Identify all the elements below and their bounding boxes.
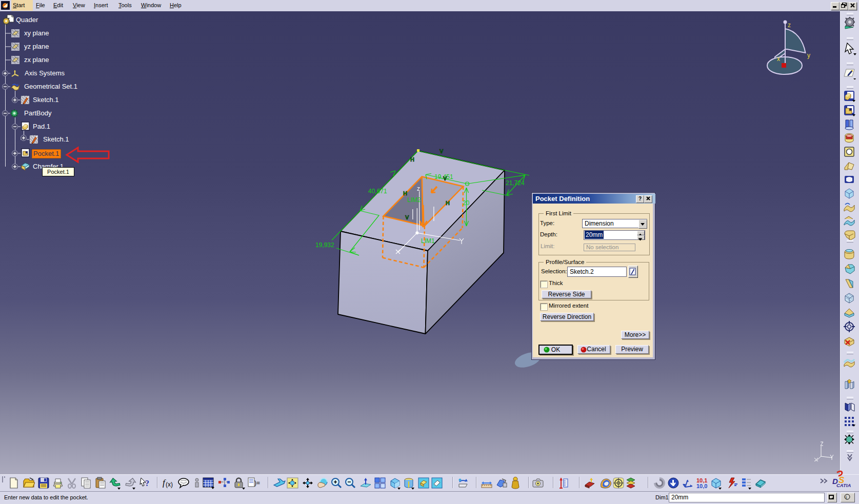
svg-text:CATIA: CATIA [836,482,851,488]
svg-text:)=: )= [254,479,260,487]
svg-text:10,0: 10,0 [696,483,707,489]
svg-text:(x): (x) [166,481,173,488]
svg-text:LIM2: LIM2 [407,196,421,204]
svg-text:x: x [777,55,780,63]
svg-text:?: ? [145,479,149,488]
svg-text:LIM1: LIM1 [421,237,435,245]
svg-text:V: V [405,214,409,220]
svg-text:z: z [788,22,791,29]
svg-text:z: z [417,185,420,192]
svg-text:21,724: 21,724 [506,179,525,187]
svg-text:20: 20 [463,199,470,207]
svg-text:i: i [846,495,847,500]
svg-text:H: H [403,190,407,196]
svg-text:40,671: 40,671 [368,188,387,195]
svg-text:H: H [410,156,414,163]
svg-text:19,932: 19,932 [315,241,334,249]
svg-text:V: V [440,148,444,154]
svg-text:y: y [807,52,810,59]
svg-text:V: V [443,175,447,182]
svg-text:H: H [446,200,450,206]
